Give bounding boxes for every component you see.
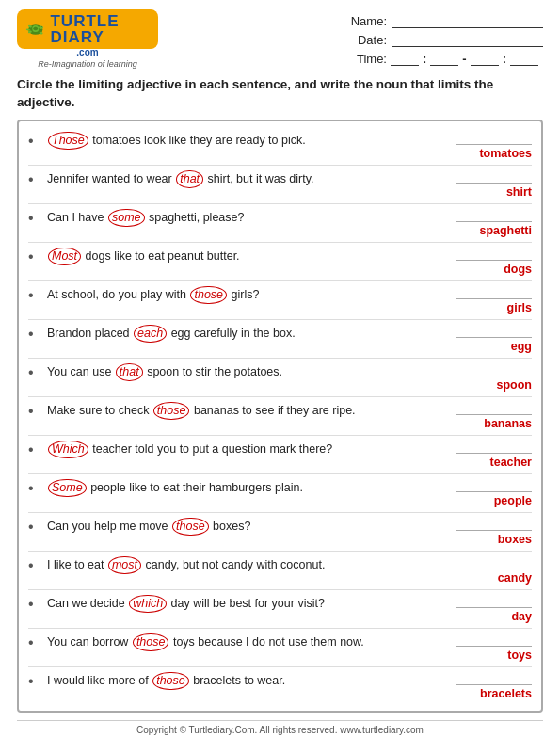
sentence-text: Can we decide which day will be best for… <box>47 595 440 614</box>
bullet: • <box>28 441 40 458</box>
answer-text: boxes <box>456 533 532 546</box>
answer-text: bananas <box>456 417 532 430</box>
sentence-text: I like to eat most candy, but not candy … <box>47 556 440 575</box>
sentence-row: •I like to eat most candy, but not candy… <box>28 552 532 590</box>
circled-adjective: each <box>134 325 167 344</box>
answer-line <box>456 170 532 184</box>
sentence-row: •Some people like to eat their hamburger… <box>28 474 532 513</box>
logo-turtle-banner: TURTLE DIARY <box>17 9 158 49</box>
bullet: • <box>28 171 40 188</box>
sentence-text: At school, do you play with those girls? <box>47 286 440 305</box>
sentence-text: Those tomatoes look like they are ready … <box>47 132 440 151</box>
answer-text: shirt <box>456 185 532 199</box>
answer-line <box>456 402 532 415</box>
sentence-row: •Can I have some spaghetti, please?spagh… <box>28 204 532 243</box>
answer-text: spaghetti <box>456 224 532 237</box>
bullet: • <box>28 480 40 497</box>
answer-text: candy <box>456 571 532 585</box>
time-seg-4 <box>510 51 538 66</box>
answer-text: girls <box>456 301 532 314</box>
answer-line <box>456 633 532 647</box>
answer-text: toys <box>456 649 532 662</box>
answer-line <box>456 363 532 376</box>
answer-line <box>456 248 532 261</box>
circled-adjective: those <box>152 672 189 691</box>
answer-line <box>456 441 532 454</box>
answer-col: bananas <box>447 402 532 430</box>
circled-adjective: some <box>108 209 145 228</box>
answer-line <box>456 672 532 685</box>
answer-col: tomatoes <box>447 132 532 160</box>
answer-col: boxes <box>447 518 532 546</box>
answer-line <box>456 132 532 145</box>
svg-point-5 <box>39 25 43 29</box>
time-row: Time: : - : <box>349 51 543 66</box>
name-label: Name: <box>349 14 387 28</box>
sentence-row: •At school, do you play with those girls… <box>28 281 532 320</box>
answer-text: day <box>456 610 532 623</box>
circled-adjective: those <box>190 286 227 305</box>
time-sep-1: : <box>423 52 426 66</box>
name-fields: Name: Date: Time: : - : <box>349 13 543 66</box>
answer-col: people <box>447 479 532 507</box>
bullet: • <box>28 364 40 381</box>
sentence-text: I would like more of those bracelets to … <box>47 672 440 691</box>
time-sep-2: - <box>462 52 466 66</box>
time-seg-1 <box>391 51 419 66</box>
circled-adjective: that <box>176 170 203 189</box>
date-row: Date: <box>349 32 543 47</box>
sentence-text: Make sure to check those bananas to see … <box>47 402 440 421</box>
circled-adjective: Most <box>48 248 81 266</box>
bullet: • <box>28 403 40 420</box>
bullet: • <box>28 133 40 150</box>
sentence-row: •Those tomatoes look like they are ready… <box>28 127 532 166</box>
answer-text: bracelets <box>456 687 532 700</box>
circled-adjective: Those <box>48 132 88 151</box>
answer-col: spaghetti <box>447 209 532 237</box>
header: TURTLE DIARY .com Re-Imagination of lear… <box>17 9 543 69</box>
bullet: • <box>28 287 40 304</box>
sentence-row: •Can we decide which day will be best fo… <box>28 590 532 629</box>
logo-tagline: Re-Imagination of learning <box>38 59 137 69</box>
turtle-icon <box>24 15 46 43</box>
answer-line <box>456 325 532 338</box>
circled-adjective: that <box>116 363 143 382</box>
answer-col: bracelets <box>447 672 532 700</box>
answer-col: shirt <box>447 170 532 199</box>
sentence-text: Most dogs like to eat peanut butter. <box>47 248 440 266</box>
footer: Copyright © Turtlediary.Com. All rights … <box>17 720 543 735</box>
bullet: • <box>28 596 40 613</box>
bullet: • <box>28 519 40 536</box>
time-seg-2 <box>430 51 458 66</box>
time-seg-3 <box>471 51 499 66</box>
answer-text: teacher <box>456 456 532 469</box>
sentence-text: Jennifer wanted to wear that shirt, but … <box>47 170 440 189</box>
sentence-row: •Which teacher told you to put a questio… <box>28 436 532 474</box>
answer-line <box>456 556 532 569</box>
answer-text: dogs <box>456 263 532 276</box>
sentence-row: •Most dogs like to eat peanut butter.dog… <box>28 243 532 281</box>
date-input-line <box>392 32 543 47</box>
sentence-text: Some people like to eat their hamburgers… <box>47 479 440 498</box>
sentence-text: Brandon placed each egg carefully in the… <box>47 325 440 344</box>
sentence-text: Can you help me move those boxes? <box>47 518 440 537</box>
sentence-row: •Jennifer wanted to wear that shirt, but… <box>28 166 532 204</box>
name-row: Name: <box>349 13 543 28</box>
circled-adjective: those <box>133 633 169 652</box>
answer-col: day <box>447 595 532 623</box>
answer-text: spoon <box>456 378 532 392</box>
sentence-row: •You can borrow those toys because I do … <box>28 629 532 667</box>
logo-com: .com <box>76 47 98 57</box>
circled-adjective: those <box>172 518 209 537</box>
circled-adjective: most <box>108 556 141 575</box>
name-input-line <box>392 13 543 28</box>
bullet: • <box>28 248 40 265</box>
time-sep-3: : <box>503 52 506 66</box>
answer-text: people <box>456 494 532 507</box>
bullet: • <box>28 557 40 574</box>
answer-col: toys <box>447 633 532 662</box>
sentence-row: •You can use that spoon to stir the pota… <box>28 359 532 397</box>
svg-point-6 <box>41 26 42 27</box>
logo-box: TURTLE DIARY .com Re-Imagination of lear… <box>17 9 158 69</box>
sentence-row: •Brandon placed each egg carefully in th… <box>28 320 532 359</box>
